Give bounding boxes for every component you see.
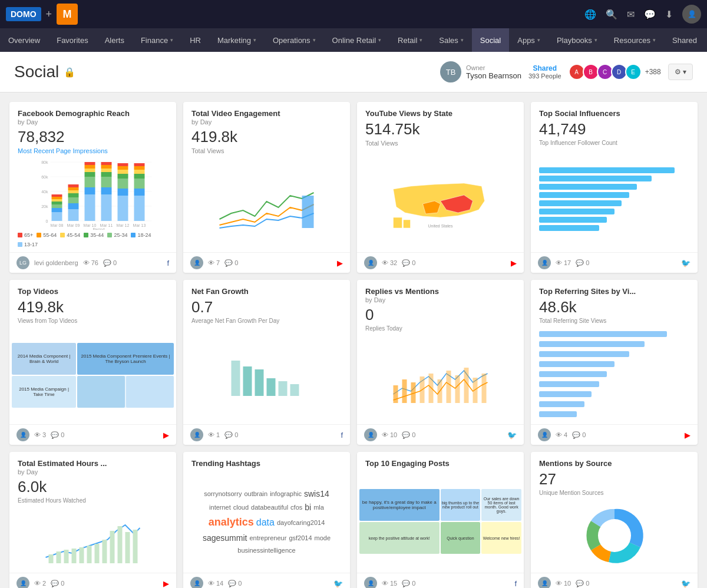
svg-rect-79 (482, 374, 487, 403)
h-bar (539, 209, 615, 214)
svg-rect-11 (52, 208, 62, 212)
card-facebook-reach-chart: 80k 60k 40k 20k 0 (9, 157, 176, 230)
nav-retail[interactable]: Retail▾ (389, 28, 431, 52)
svg-rect-80 (49, 554, 54, 563)
svg-rect-15 (52, 197, 62, 199)
nav-shared[interactable]: Shared (664, 28, 705, 52)
footer-avatar: 👤 (538, 577, 551, 588)
svg-rect-28 (85, 169, 95, 172)
add-button[interactable]: + (46, 8, 52, 21)
svg-rect-18 (68, 203, 79, 209)
chevron-down-icon: ▾ (419, 37, 422, 43)
nav-online-retail[interactable]: Online Retail▾ (324, 28, 389, 52)
referring-chart (531, 326, 698, 424)
user-avatar-top[interactable]: 👤 (682, 5, 701, 24)
svg-rect-41 (118, 174, 128, 179)
svg-rect-89 (118, 526, 123, 563)
facebook-icon: f (514, 579, 517, 588)
influencers-chart (531, 148, 698, 252)
svg-rect-29 (85, 165, 95, 169)
chevron-down-icon: ▾ (253, 37, 256, 43)
svg-rect-30 (85, 162, 95, 165)
globe-icon[interactable]: 🌐 (584, 9, 596, 20)
svg-rect-60 (394, 217, 402, 228)
card-referring-sites: Top Referring Sites by Vi... 48.6k Total… (531, 280, 698, 445)
footer-avatar: 👤 (364, 577, 377, 588)
svg-rect-39 (118, 189, 128, 196)
svg-rect-59 (302, 196, 314, 228)
card-footer: 👤 👁1 💬0 f (183, 424, 350, 445)
page-title: Social 🔒 (14, 62, 75, 81)
owner-block: TB Owner Tyson Bearnson (440, 61, 521, 82)
svg-point-93 (598, 519, 631, 552)
svg-rect-21 (68, 190, 79, 193)
nav-overview[interactable]: Overview (0, 28, 48, 52)
svg-rect-48 (134, 174, 145, 179)
download-icon[interactable]: ⬇ (665, 9, 673, 20)
card-footer: 👤 👁4 💬0 ▶ (531, 424, 698, 445)
card-footer: 👤 👁10 💬0 🐦 (357, 424, 524, 445)
svg-rect-86 (95, 544, 100, 563)
engaging-posts-chart: be happy, it's a great day to make a pos… (357, 470, 524, 573)
card-facebook-reach-header: Facebook Demographic Reach by Day 78,832… (9, 102, 176, 157)
chevron-down-icon: ▾ (313, 37, 316, 43)
nav-alerts[interactable]: Alerts (97, 28, 133, 52)
h-bar (539, 217, 607, 223)
nav-sales[interactable]: Sales▾ (431, 28, 472, 52)
svg-rect-51 (134, 163, 145, 166)
treemap-cell-2: 2015 Media Component Premiere Events | T… (77, 343, 174, 375)
svg-rect-91 (133, 530, 138, 563)
svg-rect-64 (243, 366, 252, 396)
chat-icon[interactable]: 💬 (644, 9, 656, 20)
nav-social[interactable]: Social (472, 28, 509, 52)
footer-avatar: 👤 (190, 428, 203, 441)
mail-icon[interactable]: ✉ (627, 9, 635, 20)
nav-finance[interactable]: Finance▾ (133, 28, 181, 52)
svg-rect-27 (85, 172, 95, 177)
top-videos-chart: 2014 Media Component | Brain & World 201… (9, 326, 176, 424)
card-footer: 👤 👁7 💬0 ▶ (183, 252, 350, 273)
svg-rect-23 (68, 184, 79, 187)
card-footer: 👤 👁10 💬0 🐦 (531, 573, 698, 588)
nav-marketing[interactable]: Marketing▾ (209, 28, 265, 52)
nav-hr[interactable]: HR (181, 28, 209, 52)
svg-rect-50 (134, 166, 145, 170)
svg-rect-10 (52, 212, 62, 221)
svg-text:20k: 20k (41, 204, 48, 209)
svg-rect-88 (110, 531, 115, 563)
search-icon[interactable]: 🔍 (606, 9, 617, 20)
card-footer: 👤 👁32 💬0 ▶ (357, 252, 524, 273)
nav-resources[interactable]: Resources▾ (606, 28, 664, 52)
youtube-map-chart: United States (357, 149, 524, 252)
svg-rect-83 (72, 549, 77, 563)
card-footer: 👤 👁3 💬0 ▶ (9, 424, 176, 445)
card-replies-mentions: Replies vs Mentions by Day 0 Replies Tod… (357, 280, 524, 445)
post-cell-6: Welcome new hires! (481, 522, 521, 554)
footer-avatar: 👤 (190, 577, 203, 588)
settings-button[interactable]: ⚙ ▾ (668, 64, 693, 80)
post-cell-3: Our sales are down 50 items of last mont… (481, 489, 521, 521)
top-bar-right: 🌐 🔍 ✉ 💬 ⬇ 👤 (584, 5, 701, 24)
svg-rect-75 (447, 371, 451, 403)
facebook-icon: f (167, 259, 169, 267)
replies-chart (357, 334, 524, 424)
svg-rect-44 (118, 163, 128, 166)
nav-apps[interactable]: Apps▾ (509, 28, 549, 52)
nav-favorites[interactable]: Favorites (48, 28, 96, 52)
nav-bar: Overview Favorites Alerts Finance▾ HR Ma… (0, 28, 707, 52)
svg-text:Mar 09: Mar 09 (67, 223, 80, 227)
m-logo[interactable]: M (57, 4, 78, 25)
domo-logo[interactable]: DOMO (6, 7, 41, 21)
svg-rect-22 (68, 187, 79, 190)
footer-avatar: 👤 (538, 256, 551, 269)
chevron-down-icon: ▾ (378, 37, 381, 43)
nav-operations[interactable]: Operations▾ (265, 28, 324, 52)
svg-rect-90 (125, 532, 130, 563)
svg-rect-14 (52, 199, 62, 201)
nav-playbooks[interactable]: Playbooks▾ (549, 28, 606, 52)
mentions-pie-chart (531, 498, 698, 573)
svg-text:Mar 08: Mar 08 (51, 223, 64, 227)
svg-rect-72 (420, 376, 425, 403)
svg-rect-84 (80, 547, 84, 563)
top-bar: DOMO + M 🌐 🔍 ✉ 💬 ⬇ 👤 (0, 0, 707, 28)
